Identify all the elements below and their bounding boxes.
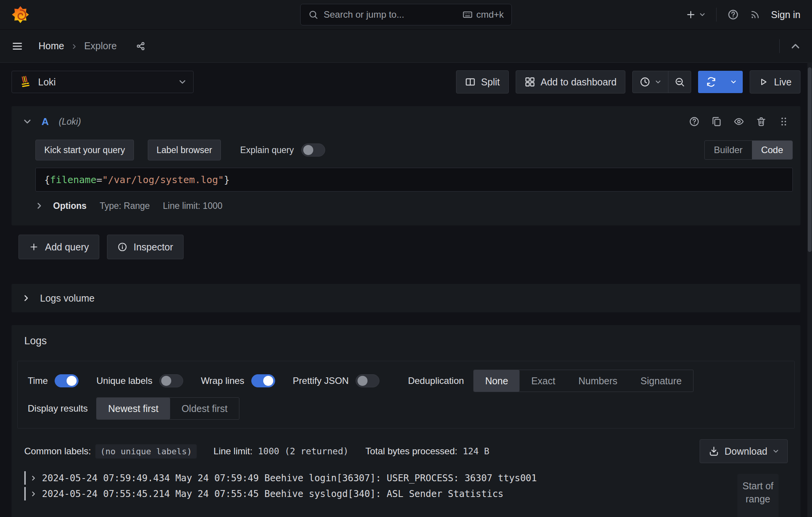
- zoom-out-time-button[interactable]: [668, 71, 691, 93]
- datasource-picker[interactable]: Loki: [12, 71, 194, 93]
- drag-handle-icon[interactable]: [778, 116, 789, 127]
- chevron-down-icon: [730, 79, 737, 85]
- editor-mode-toggle: Builder Code: [704, 140, 793, 160]
- collapse-query-chevron-icon[interactable]: [23, 117, 32, 126]
- search-placeholder: Search or jump to...: [324, 9, 457, 20]
- dedup-option-none[interactable]: None: [474, 370, 520, 392]
- logs-volume-panel[interactable]: Logs volume: [12, 284, 800, 312]
- logs-options-box: Time Unique labels Wrap lines Prettify J…: [17, 361, 795, 429]
- common-labels-value: (no unique labels): [95, 444, 196, 459]
- download-icon: [708, 446, 719, 457]
- hide-response-eye-icon[interactable]: [733, 116, 744, 127]
- toggle-knob: [263, 376, 273, 386]
- log-row[interactable]: 2024-05-24 07:55:45.214 May 24 07:55:45 …: [24, 486, 788, 502]
- dedup-option-exact[interactable]: Exact: [520, 370, 567, 392]
- mode-builder-option[interactable]: Builder: [705, 141, 752, 159]
- deduplication-label: Deduplication: [408, 375, 464, 386]
- explain-query-toggle[interactable]: [301, 143, 325, 157]
- query-options-row[interactable]: Options Type: Range Line limit: 1000: [35, 195, 793, 217]
- explore-toolbar: Loki Split Add to dashboard: [12, 71, 800, 93]
- log-level-bar: [24, 471, 26, 485]
- query-editor-body: Kick start your query Label browser Expl…: [12, 140, 800, 217]
- logs-title: Logs: [24, 335, 795, 347]
- explain-query-control: Explain query: [240, 143, 325, 157]
- refresh-interval-dropdown[interactable]: [724, 71, 743, 93]
- log-row[interactable]: 2024-05-24 07:59:49.434 May 24 07:59:49 …: [24, 470, 788, 486]
- add-to-dashboard-button[interactable]: Add to dashboard: [516, 70, 625, 93]
- query-help-icon[interactable]: [689, 116, 700, 127]
- help-icon[interactable]: [727, 9, 739, 20]
- line-limit-value: 1000 (2 returned): [258, 446, 348, 456]
- logql-query-input[interactable]: {filename="/var/log/system.log"}: [35, 168, 793, 192]
- nav-bar: Home Explore: [0, 30, 812, 63]
- prettify-json-toggle[interactable]: [356, 374, 379, 387]
- breadcrumb-home[interactable]: Home: [38, 40, 64, 52]
- chevron-down-icon: [179, 78, 186, 86]
- inspector-button[interactable]: Inspector: [107, 235, 184, 259]
- share-icon[interactable]: [136, 41, 146, 51]
- sign-in-link[interactable]: Sign in: [771, 9, 800, 20]
- time-range-controls: [632, 71, 691, 93]
- wrap-lines-toggle-group: Wrap lines: [201, 374, 275, 387]
- clock-icon: [640, 77, 650, 87]
- grafana-explore-app: Search or jump to... cmd+k: [0, 0, 812, 517]
- options-label: Options: [53, 201, 87, 211]
- prettify-json-toggle-group: Prettify JSON: [293, 374, 379, 387]
- chevron-down-icon: [655, 79, 661, 85]
- info-circle-icon: [117, 242, 127, 252]
- new-item-button[interactable]: [685, 9, 705, 20]
- label-browser-button[interactable]: Label browser: [148, 140, 221, 160]
- time-picker-button[interactable]: [633, 71, 668, 93]
- loki-logo: [19, 75, 32, 88]
- total-bytes-value: 124 B: [463, 446, 489, 456]
- toggle-knob: [358, 376, 368, 386]
- unique-labels-toggle[interactable]: [159, 374, 183, 387]
- time-toggle[interactable]: [55, 374, 79, 387]
- logs-panel: Logs Time Unique labels Wrap lines: [12, 325, 800, 517]
- logs-options-row-1: Time Unique labels Wrap lines Prettify J…: [28, 370, 784, 392]
- order-newest-first[interactable]: Newest first: [97, 398, 170, 419]
- add-query-button[interactable]: Add query: [18, 235, 99, 259]
- options-type-summary: Type: Range: [100, 201, 150, 211]
- scrollbar-thumb[interactable]: [808, 67, 812, 252]
- start-of-range-label: Start of range: [737, 474, 779, 517]
- breadcrumb-separator-icon: [71, 43, 77, 50]
- live-button[interactable]: Live: [750, 70, 800, 93]
- divider: [716, 8, 717, 22]
- grafana-logo[interactable]: [12, 6, 29, 23]
- download-button[interactable]: Download: [700, 439, 788, 463]
- log-rows: 2024-05-24 07:59:49.434 May 24 07:59:49 …: [17, 470, 795, 502]
- duplicate-query-icon[interactable]: [711, 116, 722, 127]
- expand-log-chevron-icon: [30, 491, 37, 497]
- expand-chevron-right-icon: [22, 294, 30, 302]
- keyboard-icon: [463, 10, 473, 20]
- split-button[interactable]: Split: [456, 70, 509, 93]
- mode-code-option[interactable]: Code: [752, 141, 792, 159]
- query-row-actions: [689, 116, 789, 127]
- dedup-option-numbers[interactable]: Numbers: [567, 370, 629, 392]
- refresh-button[interactable]: [698, 71, 724, 93]
- deduplication-control: Deduplication None Exact Numbers Signatu…: [408, 370, 693, 392]
- remove-query-trash-icon[interactable]: [756, 116, 767, 127]
- search-shortcut: cmd+k: [463, 9, 504, 20]
- query-actions: Add query Inspector: [18, 235, 800, 259]
- dedup-option-signature[interactable]: Signature: [629, 370, 693, 392]
- split-icon: [465, 77, 476, 87]
- news-rss-icon[interactable]: [750, 9, 760, 20]
- chevron-down-icon: [773, 448, 779, 454]
- wrap-lines-toggle[interactable]: [251, 374, 275, 387]
- search-input[interactable]: Search or jump to... cmd+k: [300, 4, 512, 25]
- display-results-label: Display results: [28, 403, 88, 414]
- toggle-knob: [67, 376, 77, 386]
- explain-query-label: Explain query: [240, 145, 294, 155]
- kick-start-query-button[interactable]: Kick start your query: [35, 140, 134, 160]
- total-bytes-label: Total bytes processed:: [366, 446, 458, 457]
- order-oldest-first[interactable]: Oldest first: [170, 398, 239, 419]
- log-line-text: 2024-05-24 07:59:49.434 May 24 07:59:49 …: [42, 473, 537, 484]
- refresh-icon: [706, 77, 717, 87]
- menu-hamburger-icon[interactable]: [12, 40, 23, 52]
- play-icon: [759, 77, 769, 87]
- search-icon: [308, 10, 318, 20]
- run-query-split-button: [698, 71, 743, 93]
- collapse-nav-chevron-up-icon[interactable]: [790, 41, 800, 51]
